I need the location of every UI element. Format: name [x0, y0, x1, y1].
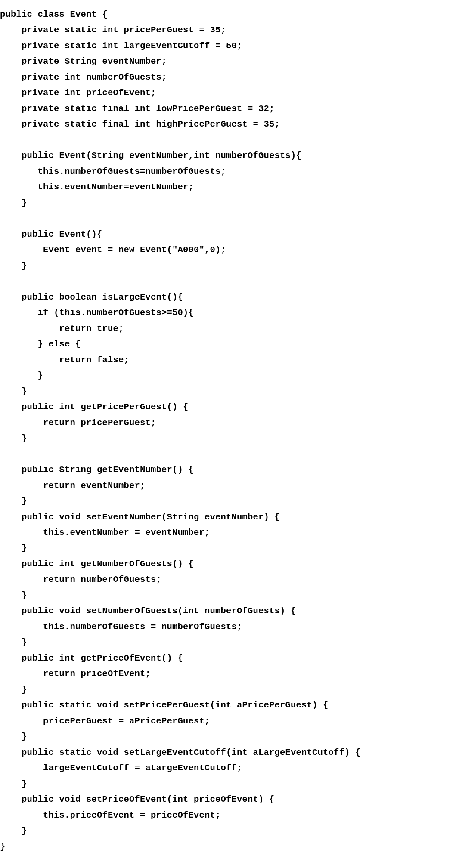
code-block: public class Event { private static int … [0, 0, 459, 862]
